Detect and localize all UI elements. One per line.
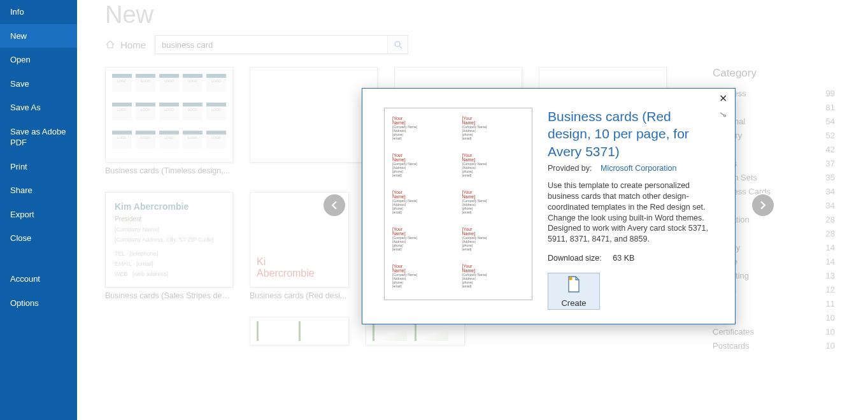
sidebar-item-open[interactable]: Open (0, 48, 77, 72)
provided-by-row: Provided by: Microsoft Corporation (548, 164, 721, 173)
backstage-sidebar: InfoNewOpenSaveSave AsSave as Adobe PDFP… (0, 0, 77, 420)
sidebar-item-save-as[interactable]: Save As (0, 96, 77, 120)
sidebar-item-new[interactable]: New (0, 24, 77, 48)
prev-template-button[interactable] (322, 193, 346, 217)
chevron-left-icon (330, 201, 339, 210)
sidebar-item-save[interactable]: Save (0, 72, 77, 96)
next-template-button[interactable] (751, 193, 775, 217)
download-size-row: Download size: 63 KB (548, 254, 721, 263)
close-button[interactable]: ✕ (719, 92, 727, 105)
sidebar-spacer (0, 250, 77, 267)
dialog-description: Use this template to create personalized… (548, 180, 720, 245)
dialog-preview-thumb: [YourName][Company Name][Address][phone]… (384, 108, 532, 300)
sidebar-item-options[interactable]: Options (0, 291, 77, 315)
template-preview-dialog: ✕ ⊸ [YourName][Company Name][Address][ph… (362, 88, 736, 324)
chevron-right-icon (758, 201, 767, 210)
dialog-title: Business cards (Red design, 10 per page,… (548, 108, 713, 160)
create-label: Create (561, 298, 586, 308)
sidebar-item-info[interactable]: Info (0, 0, 77, 24)
sidebar-item-share[interactable]: Share (0, 178, 77, 203)
app-root: InfoNewOpenSaveSave AsSave as Adobe PDFP… (0, 0, 868, 420)
download-size-value: 63 KB (613, 254, 634, 263)
dialog-details: Business cards (Red design, 10 per page,… (548, 108, 721, 310)
sidebar-item-close[interactable]: Close (0, 226, 77, 250)
sidebar-item-export[interactable]: Export (0, 203, 77, 227)
provided-by-label: Provided by: (548, 164, 592, 173)
download-size-label: Download size: (548, 254, 602, 263)
sidebar-item-print[interactable]: Print (0, 155, 77, 179)
new-document-icon (566, 275, 581, 293)
sidebar-item-save-as-adobe-pdf[interactable]: Save as Adobe PDF (0, 120, 77, 155)
main-panel: New Home LOGOLOGOLOGOLOGOLOGO LOGOLOGOLO… (77, 0, 868, 420)
create-button[interactable]: Create (548, 273, 600, 310)
provider-link[interactable]: Microsoft Corporation (601, 164, 677, 173)
sidebar-item-account[interactable]: Account (0, 267, 77, 291)
